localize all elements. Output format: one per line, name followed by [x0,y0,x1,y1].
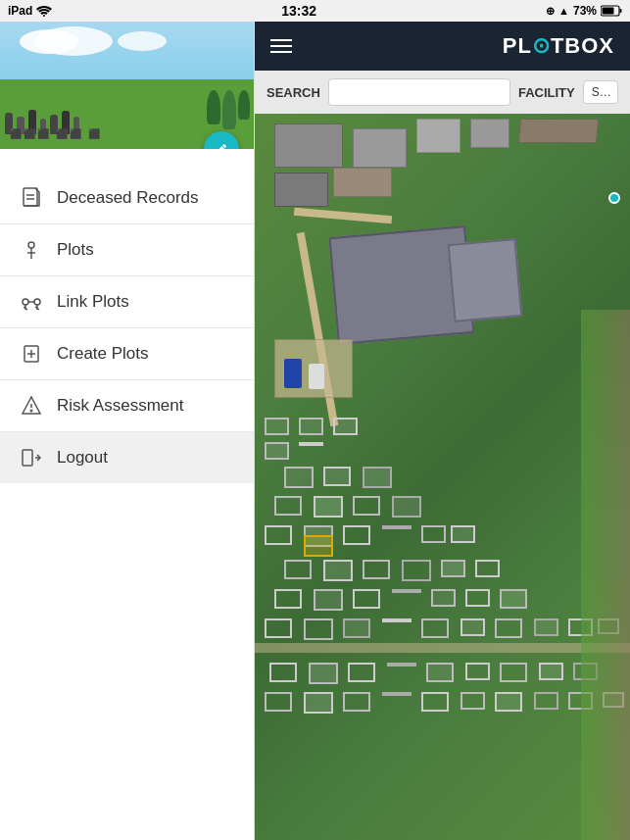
sidebar-item-link-plots[interactable]: Link Plots [0,276,255,328]
svg-point-7 [28,242,34,248]
file-icon [20,186,43,210]
risk-icon [20,394,43,418]
sidebar-item-risk-assessment[interactable]: Risk Assessment [0,380,255,432]
svg-point-10 [23,299,28,305]
aerial-map [255,114,630,840]
cemetery-thumbnail [0,22,255,149]
svg-rect-3 [602,8,613,15]
logo-o: ⊙ [532,33,551,58]
create-plots-label: Create Plots [57,344,149,364]
battery-icon [601,5,622,17]
sidebar-nav: Deceased Records Plots [0,173,255,840]
map-area[interactable] [255,114,630,840]
facility-label: FACILITY [518,85,575,100]
svg-point-0 [43,15,45,17]
svg-rect-23 [23,450,32,466]
svg-rect-2 [619,9,621,13]
hamburger-line-1 [270,39,292,41]
status-left: iPad [8,4,52,18]
sidebar-item-create-plots[interactable]: Create Plots [0,328,255,380]
create-plots-icon [20,342,43,366]
sidebar-divider [254,22,255,840]
plotbox-logo: PL⊙TBOX [503,33,614,59]
search-bar: SEARCH FACILITY St. John Th... [255,71,630,114]
hamburger-line-3 [270,51,292,53]
battery-label: 73% [573,4,597,18]
plots-label: Plots [57,240,94,260]
sidebar-header-image [0,22,255,149]
svg-point-12 [34,299,40,305]
deceased-records-label: Deceased Records [57,188,199,208]
plots-icon [20,238,43,262]
wifi-icon [36,5,52,17]
link-plots-label: Link Plots [57,292,129,312]
status-bar: iPad 13:32 ⊕ ▲ 73% [0,0,630,22]
location-icon: ⊕ [546,5,555,18]
logout-icon [20,446,43,469]
link-plots-icon [20,290,43,314]
hamburger-button[interactable] [270,39,292,53]
hamburger-line-2 [270,45,292,47]
search-input[interactable] [328,78,510,106]
main-content: PL⊙TBOX SEARCH FACILITY St. John Th... [255,22,630,840]
facility-value[interactable]: St. John Th... [583,80,618,104]
status-time: 13:32 [281,3,316,19]
sidebar-item-deceased-records[interactable]: Deceased Records [0,173,255,224]
logo-text: PL⊙TBOX [503,33,614,59]
status-right: ⊕ ▲ 73% [546,4,622,18]
svg-point-22 [30,410,32,412]
sidebar-item-plots[interactable]: Plots [0,224,255,276]
sidebar-item-logout[interactable]: Logout [0,432,255,483]
signal-icon: ▲ [558,5,569,17]
sidebar: Deceased Records Plots [0,22,255,840]
svg-rect-4 [24,188,37,206]
pencil-icon [213,140,230,149]
search-label: SEARCH [267,85,320,100]
risk-assessment-label: Risk Assessment [57,396,183,416]
logout-label: Logout [57,448,108,468]
topbar: PL⊙TBOX [255,22,630,71]
device-label: iPad [8,4,32,18]
